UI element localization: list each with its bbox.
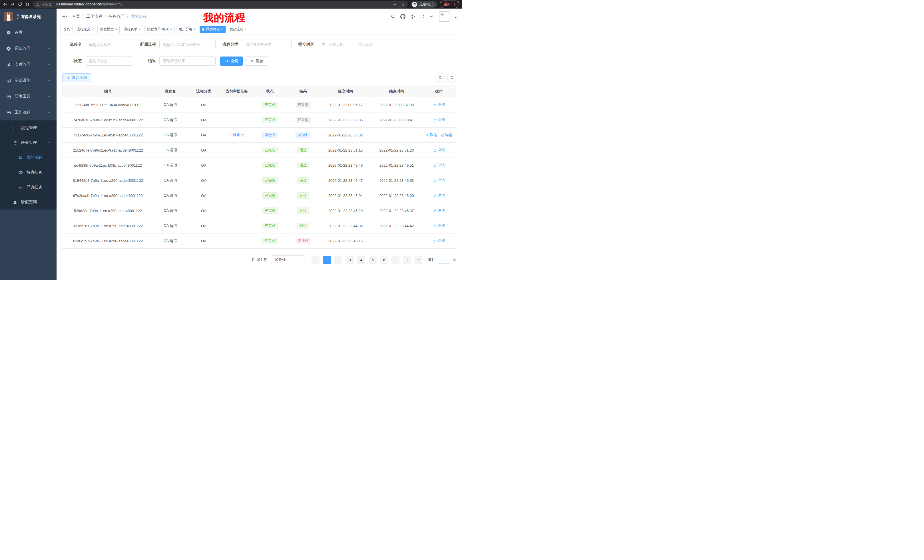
reset-button[interactable]: 重置 [246, 57, 268, 66]
sidebar-item-todo-tasks[interactable]: 待办任务 [0, 165, 57, 180]
sidebar-item-dev-tools[interactable]: 研发工具 [0, 88, 57, 105]
cell-end-time [372, 127, 422, 143]
page-button[interactable]: 5 [369, 256, 376, 264]
toggle-search-button[interactable] [436, 73, 445, 82]
cell-result: 不通过 [287, 234, 320, 249]
current-task-link[interactable]: 一级审批 [229, 133, 244, 137]
github-icon[interactable] [400, 14, 405, 19]
sidebar-item-home[interactable]: 首页 [0, 24, 57, 40]
detail-action-link[interactable]: 详情 [433, 148, 445, 153]
sidebar-item-my-process[interactable]: 我的流程 [0, 150, 57, 165]
tab-process-form[interactable]: 流程表单× [121, 26, 143, 33]
tab-start-process[interactable]: 发起流程× [227, 26, 249, 33]
breadcrumb-link[interactable]: 工作流程 [86, 14, 102, 19]
result-select[interactable]: 请选择流结果 [159, 57, 216, 66]
app-logo[interactable]: 芋道管理系统 [0, 9, 57, 24]
tab-process-definition[interactable]: 流程定义× [74, 26, 96, 33]
close-icon[interactable]: × [139, 28, 141, 31]
help-icon[interactable] [410, 14, 415, 19]
page-button[interactable]: 3 [346, 256, 354, 264]
caret-down-icon[interactable] [454, 16, 458, 19]
reload-icon[interactable] [18, 2, 22, 7]
tab-home[interactable]: 首页 [60, 26, 72, 33]
status-badge: 已完成 [262, 223, 278, 229]
detail-action-link[interactable]: 详情 [433, 223, 445, 228]
detail-action-link[interactable]: 详情 [441, 132, 453, 138]
sidebar-item-done-tasks[interactable]: 已办任务 [0, 180, 57, 195]
fullscreen-icon[interactable] [420, 14, 425, 19]
process-definition-input[interactable] [159, 40, 216, 49]
page-more-button[interactable]: … [392, 256, 399, 264]
close-icon[interactable]: × [221, 28, 223, 31]
status-badge: 已完成 [262, 238, 278, 244]
page-button[interactable]: 4 [357, 256, 365, 264]
close-icon[interactable]: × [115, 28, 117, 31]
submit-time-range-picker[interactable]: 开始日期 - 结束日期 [318, 40, 384, 49]
detail-action-link[interactable]: 详情 [433, 178, 445, 183]
page-button[interactable]: 2 [334, 256, 342, 264]
process-name-input[interactable] [85, 40, 133, 49]
sidebar-toggle-icon[interactable] [62, 14, 68, 19]
refresh-table-button[interactable] [447, 73, 456, 82]
back-icon[interactable] [3, 2, 8, 7]
sidebar-item-payment[interactable]: 支付管理 [0, 57, 57, 72]
edit-icon [433, 194, 436, 197]
security-label[interactable]: 不安全 [42, 2, 52, 7]
detail-action-link[interactable]: 详情 [433, 238, 445, 244]
tab-my-process[interactable]: 我的流程× [200, 26, 225, 33]
detail-action-link[interactable]: 详情 [433, 102, 445, 107]
page-button[interactable]: 11 [403, 256, 411, 264]
browser-menu-icon[interactable] [453, 3, 457, 6]
sidebar-item-leave-query[interactable]: 请假查询 [0, 195, 57, 210]
forward-icon[interactable] [10, 2, 15, 7]
detail-action-link[interactable]: 详情 [433, 208, 445, 213]
column-header: 结束时间 [372, 85, 422, 97]
detail-action-link[interactable]: 详情 [433, 163, 445, 168]
status-select[interactable]: 请选择状态 [85, 57, 133, 66]
search-icon[interactable] [391, 14, 396, 19]
home-icon[interactable] [25, 2, 30, 7]
breadcrumb-link[interactable]: 任务管理 [108, 14, 124, 19]
cell-actions: 详情 [422, 173, 456, 188]
table-row: 7317cec6-7b9b-11ec-b5b7-acde48001122OA 请… [62, 127, 456, 143]
action-label: 详情 [438, 193, 445, 198]
close-icon[interactable]: × [92, 28, 93, 31]
briefcase-icon [6, 110, 11, 115]
sidebar-item-task-management[interactable]: 任务管理 [0, 135, 57, 150]
star-icon[interactable] [401, 3, 405, 6]
update-button[interactable]: 更新 [440, 1, 459, 8]
cell-submit-time: 2022-01-23 00:06:17 [320, 97, 372, 112]
avatar[interactable] [439, 11, 449, 22]
goto-page-input[interactable] [438, 256, 450, 264]
next-page-button[interactable] [414, 256, 422, 264]
detail-action-link[interactable]: 详情 [433, 193, 445, 198]
close-icon[interactable]: × [194, 28, 196, 31]
cell-end-time: 2022-01-22 23:49:51 [372, 158, 422, 173]
detail-action-link[interactable]: 详情 [433, 117, 445, 123]
key-icon[interactable] [393, 3, 396, 6]
sidebar-item-infrastructure[interactable]: 基础设施 [0, 72, 57, 88]
close-icon[interactable]: × [170, 28, 172, 31]
page-size-select[interactable]: 10条/页 [271, 256, 305, 264]
process-category-select[interactable]: 请选择流程分类 [242, 40, 291, 49]
cell-process-name: OA 请假 [154, 158, 187, 173]
page-button[interactable]: 6 [380, 256, 388, 264]
search-button[interactable]: 搜索 [220, 57, 243, 66]
start-process-button[interactable]: 发起流程 [62, 73, 91, 82]
font-size-icon[interactable] [429, 14, 435, 19]
prev-page-button[interactable] [312, 256, 320, 264]
tab-user-group[interactable]: 用户分组× [176, 26, 198, 33]
tab-process-form-edit[interactable]: 流程表单-编辑× [144, 26, 174, 33]
page-button[interactable]: 1 [323, 256, 331, 264]
cancel-action-link[interactable]: 取消 [426, 132, 438, 138]
breadcrumb-link[interactable]: 首页 [72, 14, 80, 19]
sidebar-item-process-management[interactable]: 流程管理 [0, 120, 57, 135]
sidebar-item-system[interactable]: 系统管理 [0, 40, 57, 57]
close-icon[interactable]: × [245, 28, 246, 31]
address-bar[interactable]: 不安全 dashboard.yudao.iocoder.cn/bpm/task/… [33, 1, 408, 8]
sidebar-item-workflow[interactable]: 工作流程 [0, 105, 57, 120]
table-tools [436, 73, 456, 82]
navbar: 首页/工作流程/任务管理/我的流程 [57, 9, 462, 24]
cell-status: 已完成 [253, 158, 287, 173]
tab-process-model[interactable]: 流程模型× [98, 26, 119, 33]
